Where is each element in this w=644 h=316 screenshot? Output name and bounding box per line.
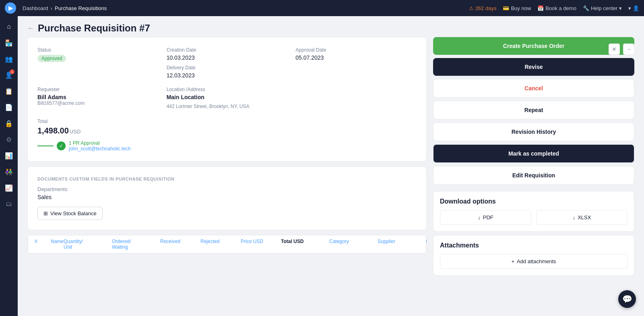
info-card: Status Approved Creation Date 10.03.2023…	[27, 37, 427, 162]
breadcrumb-separator: ›	[51, 5, 52, 11]
creation-date-label: Creation Date	[167, 47, 288, 53]
add-attachment-icon: +	[511, 258, 514, 264]
approval-date-field: Approval Date 05.07.2023	[295, 47, 417, 79]
add-attachment-label: Add attachments	[517, 258, 556, 264]
table-header-row: # Name Quantity/Unit Ordered/Waiting Rec…	[28, 235, 426, 254]
add-attachment-button[interactable]: + Add attachments	[440, 254, 627, 269]
col-price: Price USD	[241, 239, 281, 250]
documents-card: DOCUMENTS CUSTOM FIELDS IN PURCHASE REQU…	[27, 166, 427, 230]
nav-arrows: ✕ →	[609, 44, 634, 55]
sidebar-item-clipboard[interactable]: 📋	[2, 84, 16, 98]
requester-field: Requester Bill Adams Bill16577@acme.com	[37, 87, 159, 109]
download-buttons: ↓ PDF ↓ XLSX	[440, 210, 627, 225]
app-logo[interactable]: ▶	[5, 2, 16, 14]
view-stock-icon: ⊞	[43, 210, 48, 216]
back-button[interactable]: ←	[27, 25, 34, 32]
chat-button[interactable]: 💬	[618, 290, 636, 308]
approval-line	[37, 146, 54, 146]
location-address: 442 Lorimer Street, Brooklyn, NY, USA	[167, 104, 288, 109]
user-menu-button[interactable]: ▾ 👤	[628, 5, 639, 11]
edit-requisition-button[interactable]: Edit Requisition	[433, 166, 634, 185]
sidebar-item-lock[interactable]: 🔒	[2, 116, 16, 131]
close-button[interactable]: ✕	[609, 44, 620, 55]
col-rejected: Rejected	[200, 239, 241, 250]
sidebar-item-layers[interactable]: 🗂	[2, 197, 16, 211]
download-xlsx-button[interactable]: ↓ XLSX	[536, 210, 627, 225]
pr-approval-label: 1 PR Approval	[69, 140, 131, 146]
book-demo-button[interactable]: 📅 Book a demo	[537, 5, 576, 11]
next-button[interactable]: →	[623, 44, 634, 55]
alert-days[interactable]: ⚠ 262 days	[469, 5, 497, 11]
col-total: Total USD	[281, 239, 329, 250]
approval-date-label: Approval Date	[295, 47, 417, 53]
top-navbar: ▶ Dashboard › Purchase Requisitions ⚠ 26…	[0, 0, 644, 16]
sidebar-item-settings[interactable]: ⚙	[2, 132, 16, 147]
pdf-download-icon: ↓	[478, 214, 481, 220]
page-header: ← Purchase Requisition #7	[18, 16, 644, 37]
location-field: Location /Address Main Location 442 Lori…	[167, 87, 288, 109]
col-name: Name	[51, 239, 64, 250]
sidebar: ⌂ 🏪 👥 👤 1 📋 📄 🔒 ⚙ 📊 👫 📈 🗂	[0, 16, 18, 316]
sidebar-item-person[interactable]: 👤 1	[2, 68, 16, 82]
repeat-button[interactable]: Repeat	[433, 101, 634, 119]
col-received: Received	[160, 239, 200, 250]
download-section: Download options ↓ PDF ↓ XLSX	[433, 191, 634, 232]
sidebar-item-users[interactable]: 👥	[2, 52, 16, 66]
table-section: # Name Quantity/Unit Ordered/Waiting Rec…	[27, 235, 427, 254]
approval-info: 1 PR Approval john_scott@technaholic.tec…	[69, 140, 131, 152]
documents-section-label: DOCUMENTS CUSTOM FIELDS IN PURCHASE REQU…	[37, 177, 417, 181]
requester-email: Bill16577@acme.com	[37, 100, 159, 106]
right-panel: Create Purchase Order Revise Cancel Repe…	[433, 37, 634, 310]
col-chart-of-accounts: Chart of Accounts ℹ	[426, 239, 427, 250]
status-field: Status Approved	[37, 47, 159, 79]
attachments-section: Attachments + Add attachments	[433, 235, 634, 276]
sidebar-item-chart[interactable]: 📊	[2, 148, 16, 163]
attachments-title: Attachments	[440, 242, 627, 249]
documents-field-name: Departments	[37, 186, 417, 192]
sidebar-item-analytics[interactable]: 📈	[2, 181, 16, 195]
top-nav-right: ⚠ 262 days 💳 Buy now 📅 Book a demo 🔧 Hel…	[469, 5, 639, 11]
documents-field-value: Sales	[37, 194, 417, 200]
pr-approval-email: john_scott@technaholic.tech	[69, 146, 131, 152]
creation-date-field: Creation Date 10.03.2023 Delivery Date 1…	[167, 47, 288, 79]
delivery-date-label: Delivery Date	[167, 65, 288, 71]
sidebar-item-document[interactable]: 📄	[2, 100, 16, 114]
revise-button[interactable]: Revise	[433, 58, 634, 76]
download-pdf-button[interactable]: ↓ PDF	[440, 210, 531, 225]
left-panel: Status Approved Creation Date 10.03.2023…	[27, 37, 427, 310]
view-stock-balance-button[interactable]: ⊞ View Stock Balance	[37, 207, 103, 220]
col-number: #	[35, 239, 51, 250]
page-title: Purchase Requisition #7	[38, 23, 150, 34]
sidebar-item-team[interactable]: 👫	[2, 164, 16, 179]
breadcrumb-current: Purchase Requisitions	[55, 5, 107, 11]
cancel-button[interactable]: Cancel	[433, 79, 634, 98]
help-center-button[interactable]: 🔧 Help center ▾	[583, 5, 622, 11]
delivery-date-value: 12.03.2023	[167, 72, 288, 79]
mark-as-completed-button[interactable]: Mark as completed	[433, 144, 634, 163]
location-name: Main Location	[167, 94, 288, 100]
buy-now-button[interactable]: 💳 Buy now	[503, 5, 531, 11]
sidebar-item-home[interactable]: ⌂	[2, 19, 16, 34]
creation-date-value: 10.03.2023	[167, 54, 288, 61]
approval-date-value: 05.07.2023	[295, 54, 417, 61]
status-badge: Approved	[37, 55, 66, 62]
pdf-label: PDF	[483, 214, 493, 220]
col-category: Category	[329, 239, 378, 250]
sidebar-item-store[interactable]: 🏪	[2, 35, 16, 50]
col-quantity: Quantity/Unit	[64, 239, 112, 250]
download-title: Download options	[440, 198, 627, 205]
breadcrumb-home[interactable]: Dashboard	[23, 5, 48, 11]
total-label: Total	[37, 118, 47, 124]
requester-label: Requester	[37, 87, 159, 92]
approval-row: ✓ 1 PR Approval john_scott@technaholic.t…	[37, 140, 417, 152]
col-ordered: Ordered/Waiting	[112, 239, 160, 250]
xlsx-label: XLSX	[578, 214, 591, 220]
xlsx-download-icon: ↓	[573, 214, 576, 220]
approval-check-icon: ✓	[57, 141, 66, 150]
status-label: Status	[37, 47, 159, 53]
location-label: Location /Address	[167, 87, 288, 92]
breadcrumb: Dashboard › Purchase Requisitions	[23, 5, 107, 11]
create-purchase-order-button[interactable]: Create Purchase Order	[433, 37, 634, 55]
sidebar-badge: 1	[10, 69, 14, 74]
revision-history-button[interactable]: Revision History	[433, 123, 634, 141]
